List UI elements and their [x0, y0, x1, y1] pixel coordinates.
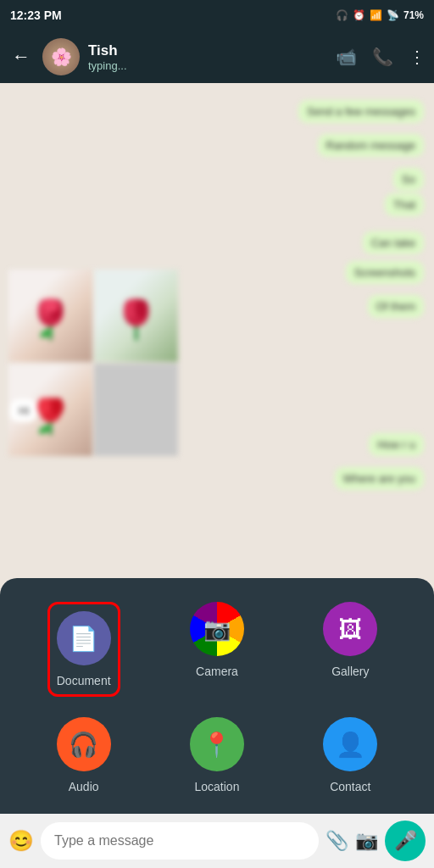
attachment-clip-icon[interactable]: 📎	[326, 830, 348, 852]
message-bubble: Send a few messages	[298, 100, 424, 123]
gallery-icon: 🖼	[338, 615, 362, 643]
contact-info: Tish typing...	[88, 42, 327, 72]
voice-call-button[interactable]: 📞	[372, 47, 393, 67]
audio-label: Audio	[69, 780, 99, 793]
attach-item-camera[interactable]: 📷 Camera	[159, 602, 275, 697]
message-bubble: How r u	[369, 433, 424, 456]
document-icon: 📄	[69, 625, 98, 653]
gallery-icon-circle: 🖼	[323, 602, 377, 656]
contact-icon: 👤	[336, 731, 365, 759]
message-bubble: Random message	[318, 134, 425, 157]
bottom-bar: 😊 📎 📷 🎤	[0, 814, 434, 868]
location-icon: 📍	[202, 731, 231, 759]
header-actions: 📹 📞 ⋮	[336, 47, 426, 67]
attachment-panel: 📄 Document 📷 Camera 🖼 Gallery 🎧 Audio	[0, 578, 434, 814]
contact-name: Tish	[88, 42, 327, 59]
svg-point-12	[51, 398, 64, 415]
message-bubble: Screenshots	[346, 261, 424, 284]
svg-point-3	[42, 298, 59, 312]
camera-shortcut-button[interactable]: 📷	[355, 830, 378, 852]
contact-status: typing...	[88, 59, 327, 72]
emoji-button[interactable]: 😊	[8, 829, 34, 853]
attach-item-audio[interactable]: 🎧 Audio	[25, 717, 142, 793]
document-highlighted-wrapper: 📄 Document	[47, 602, 120, 697]
rose-svg	[111, 288, 161, 343]
status-icons: 🎧 ⏰ 📶 📡 71%	[336, 9, 424, 21]
message-bubble: Can take	[363, 231, 424, 254]
wifi-icon: 📡	[387, 9, 399, 21]
message-bubble: So	[393, 168, 424, 191]
avatar[interactable]: 🌸	[42, 38, 80, 75]
svg-point-8	[135, 299, 148, 319]
camera-icon-circle: 📷	[190, 602, 244, 656]
back-button[interactable]: ←	[8, 42, 34, 71]
video-call-button[interactable]: 📹	[336, 47, 357, 67]
attach-item-gallery[interactable]: 🖼 Gallery	[292, 602, 409, 697]
contact-label: Contact	[330, 780, 370, 793]
image-cell	[8, 270, 92, 362]
headphone-icon: 🎧	[336, 9, 348, 21]
mic-button[interactable]: 🎤	[385, 821, 426, 861]
image-cell	[94, 364, 178, 456]
attach-item-location[interactable]: 📍 Location	[159, 717, 275, 793]
attach-item-document[interactable]: 📄 Document	[25, 602, 142, 697]
message-bubble: Of them	[368, 295, 424, 318]
document-icon-circle: 📄	[57, 611, 111, 665]
document-label: Document	[57, 674, 111, 687]
location-label: Location	[195, 780, 240, 793]
status-time: 12:23 PM	[10, 8, 62, 22]
attachment-grid: 📄 Document 📷 Camera 🖼 Gallery 🎧 Audio	[25, 602, 409, 793]
camera-label: Camera	[196, 665, 238, 678]
audio-icon: 🎧	[69, 731, 98, 759]
chat-background: Send a few messages Random message So Th…	[0, 83, 434, 575]
image-cell	[94, 270, 178, 362]
gallery-label: Gallery	[331, 665, 369, 678]
image-grid	[8, 270, 178, 456]
message-bubble: Where are you	[335, 467, 424, 490]
chat-header: ← 🌸 Tish typing... 📹 📞 ⋮	[0, 31, 434, 83]
message-bubble: That	[385, 193, 424, 216]
battery-text: 71%	[403, 9, 424, 21]
message-input[interactable]	[41, 822, 319, 860]
alarm-icon: ⏰	[353, 9, 365, 21]
signal-icon: 📶	[370, 9, 382, 21]
more-options-button[interactable]: ⋮	[409, 47, 426, 67]
svg-rect-9	[135, 326, 137, 340]
camera-icon: 📷	[203, 616, 231, 643]
audio-icon-circle: 🎧	[57, 717, 111, 771]
attach-item-contact[interactable]: 👤 Contact	[292, 717, 409, 793]
contact-icon-circle: 👤	[323, 717, 377, 771]
status-bar: 12:23 PM 🎧 ⏰ 📶 📡 71%	[0, 0, 434, 31]
svg-point-11	[37, 398, 50, 415]
mic-icon: 🎤	[394, 830, 417, 852]
chat-area: Send a few messages Random message So Th…	[0, 83, 434, 575]
location-icon-circle: 📍	[190, 717, 244, 771]
message-bubble: Hi	[10, 399, 37, 422]
rose-svg	[25, 288, 75, 343]
